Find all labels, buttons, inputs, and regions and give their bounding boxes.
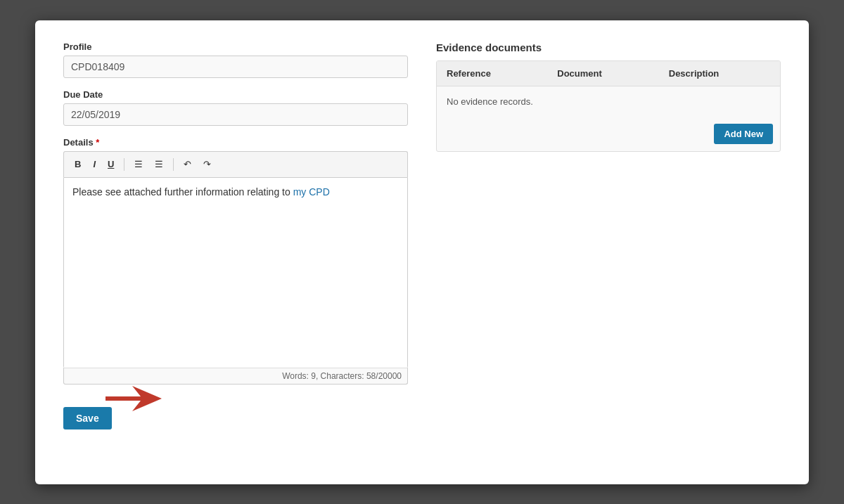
evidence-table: Reference Document Description No eviden… (437, 61, 780, 117)
due-date-field-group: Due Date (63, 89, 408, 126)
profile-label: Profile (63, 41, 408, 52)
details-label: Details * (63, 137, 408, 148)
undo-button[interactable]: ↶ (179, 156, 196, 173)
col-document: Document (547, 61, 658, 86)
evidence-title: Evidence documents (436, 41, 781, 53)
underline-button[interactable]: U (103, 156, 119, 173)
no-records-row: No evidence records. (437, 86, 780, 117)
italic-button[interactable]: I (88, 156, 101, 173)
evidence-table-wrapper: Reference Document Description No eviden… (436, 60, 781, 152)
col-reference: Reference (437, 61, 547, 86)
required-marker: * (96, 137, 99, 148)
svg-marker-0 (106, 386, 162, 411)
due-date-label: Due Date (63, 89, 408, 100)
bold-button[interactable]: B (70, 156, 86, 173)
profile-input[interactable] (63, 56, 408, 78)
right-panel: Evidence documents Reference Document De… (436, 41, 781, 456)
char-count: Words: 9, Characters: 58/20000 (63, 368, 408, 385)
save-button[interactable]: Save (63, 407, 112, 429)
col-description: Description (659, 61, 780, 86)
details-editor[interactable]: Please see attached further information … (64, 178, 407, 368)
toolbar-divider-2 (173, 158, 174, 171)
details-field-group: Details * B I U ☰ ☰ ↶ ↷ Please see attac… (63, 137, 408, 385)
left-panel: Profile Due Date Details * B I U ☰ ☰ (63, 41, 408, 456)
toolbar-divider-1 (124, 158, 124, 171)
ordered-list-button[interactable]: ☰ (129, 156, 148, 173)
save-area: Save (63, 396, 408, 429)
no-records-cell: No evidence records. (437, 86, 780, 117)
details-editor-wrapper[interactable]: Please see attached further information … (63, 177, 408, 368)
evidence-table-header-row: Reference Document Description (437, 61, 780, 86)
profile-field-group: Profile (63, 41, 408, 78)
unordered-list-button[interactable]: ☰ (150, 156, 168, 173)
add-new-button[interactable]: Add New (714, 124, 773, 144)
modal-container: Profile Due Date Details * B I U ☰ ☰ (35, 20, 809, 484)
redo-button[interactable]: ↷ (198, 156, 216, 173)
due-date-input[interactable] (63, 103, 408, 126)
details-toolbar: B I U ☰ ☰ ↶ ↷ (63, 151, 408, 177)
arrow-icon (106, 386, 162, 411)
cpd-link: my CPD (293, 186, 330, 198)
